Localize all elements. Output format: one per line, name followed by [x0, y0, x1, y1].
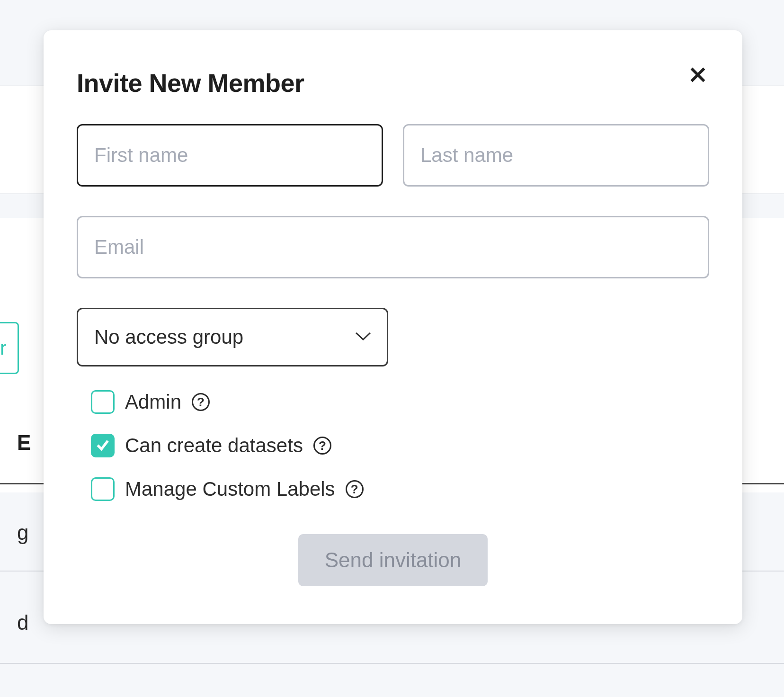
check-icon	[95, 437, 110, 454]
admin-help-icon[interactable]: ?	[192, 393, 210, 411]
permission-row-manage-labels: Manage Custom Labels ?	[91, 477, 709, 501]
modal-header: Invite New Member	[77, 68, 709, 98]
create-datasets-label: Can create datasets	[125, 434, 303, 457]
admin-checkbox[interactable]	[91, 390, 115, 414]
create-datasets-checkbox[interactable]	[91, 434, 115, 457]
access-group-select-wrap: No access group	[77, 308, 388, 366]
last-name-input[interactable]	[403, 124, 709, 187]
background-row-fragment-1: g	[17, 521, 28, 545]
name-row	[77, 124, 709, 187]
admin-label: Admin	[125, 391, 181, 413]
modal-title: Invite New Member	[77, 68, 304, 98]
invite-member-modal: Invite New Member No access group Admin …	[44, 30, 742, 624]
permission-row-admin: Admin ?	[91, 390, 709, 414]
permission-row-create-datasets: Can create datasets ?	[91, 434, 709, 457]
access-group-select[interactable]: No access group	[77, 308, 388, 366]
close-icon	[688, 78, 707, 86]
background-row-fragment-2: d	[17, 611, 28, 634]
access-group-selected-label: No access group	[94, 326, 243, 348]
background-row-divider-2	[0, 663, 784, 664]
permissions-list: Admin ? Can create datasets ? Manage Cus…	[77, 390, 709, 501]
create-datasets-help-icon[interactable]: ?	[313, 437, 331, 455]
background-column-header-fragment: E	[17, 431, 31, 455]
background-tab-fragment: r	[0, 322, 19, 374]
close-button[interactable]	[686, 63, 709, 88]
email-input[interactable]	[77, 216, 709, 278]
manage-labels-checkbox[interactable]	[91, 477, 115, 501]
send-invitation-button[interactable]: Send invitation	[298, 534, 488, 586]
first-name-input[interactable]	[77, 124, 383, 187]
submit-row: Send invitation	[77, 534, 709, 586]
manage-labels-help-icon[interactable]: ?	[346, 480, 364, 498]
manage-labels-label: Manage Custom Labels	[125, 478, 335, 500]
